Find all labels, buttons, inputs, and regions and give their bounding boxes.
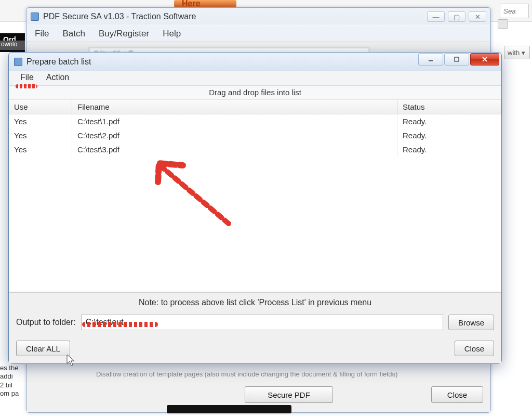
- dialog-footer: Note: to process above list click 'Proce…: [9, 292, 501, 363]
- output-folder-label: Output to folder:: [16, 318, 76, 327]
- browser-tool-icon[interactable]: [498, 19, 508, 29]
- parent-body-close-button[interactable]: Close: [431, 386, 483, 403]
- col-filename[interactable]: Filename: [72, 100, 397, 114]
- browser-search-input[interactable]: [500, 4, 529, 18]
- dialog-close-x-button[interactable]: [470, 53, 499, 66]
- cell-use: Yes: [9, 114, 72, 128]
- parent-maximize-button[interactable]: ▢: [448, 11, 466, 22]
- dialog-title: Prepare batch list: [26, 57, 91, 67]
- list-body: Yes C:\test\1.pdf Ready. Yes C:\test\2.p…: [9, 114, 501, 157]
- batch-dialog: Prepare batch list File Action Drag and …: [8, 52, 502, 364]
- table-row[interactable]: Yes C:\test\1.pdf Ready.: [9, 114, 501, 128]
- svg-rect-1: [455, 57, 459, 61]
- bg-cut-text: es the addi 2 bil om pa: [0, 364, 29, 398]
- bg-black-bar: [167, 405, 291, 413]
- parent-menu-file[interactable]: File: [35, 29, 49, 39]
- cell-use: Yes: [9, 142, 72, 157]
- dialog-menu-action[interactable]: Action: [40, 71, 75, 85]
- col-status[interactable]: Status: [397, 100, 501, 114]
- parent-menu-help[interactable]: Help: [163, 29, 181, 39]
- secure-pdf-button[interactable]: Secure PDF: [245, 386, 333, 403]
- cell-filename: C:\test\1.pdf: [72, 114, 397, 128]
- dialog-titlebar[interactable]: Prepare batch list: [9, 53, 501, 71]
- cell-filename: C:\test\3.pdf: [72, 142, 397, 157]
- parent-titlebar[interactable]: PDF Secure SA v1.03 - Traction Software …: [26, 8, 490, 25]
- dialog-minimize-button[interactable]: [418, 53, 443, 66]
- parent-menu-batch[interactable]: Batch: [62, 29, 85, 39]
- file-list[interactable]: Use Filename Status Yes C:\test\1.pdf Re…: [9, 99, 501, 292]
- dialog-menubar: File Action: [9, 71, 501, 86]
- note-text: Note: to process above list click 'Proce…: [16, 298, 494, 307]
- cell-status: Ready.: [397, 128, 501, 142]
- list-header: Use Filename Status: [9, 100, 501, 114]
- with-dropdown[interactable]: with ▾: [504, 46, 530, 59]
- dialog-menu-file[interactable]: File: [14, 71, 40, 85]
- parent-title: PDF Secure SA v1.03 - Traction Software: [43, 12, 196, 21]
- annotation-file-underline: [16, 84, 37, 88]
- dialog-icon: [14, 58, 22, 66]
- parent-menu-buy[interactable]: Buy/Register: [99, 29, 149, 39]
- parent-close-button[interactable]: ✕: [469, 11, 486, 22]
- cell-filename: C:\test\2.pdf: [72, 128, 397, 142]
- dialog-maximize-button[interactable]: [444, 53, 469, 66]
- annotation-output-underline: [82, 322, 158, 327]
- bg-ownlo-label: ownlo: [0, 41, 25, 50]
- cell-status: Ready.: [397, 114, 501, 128]
- cell-use: Yes: [9, 128, 72, 142]
- clear-all-button[interactable]: Clear ALL: [16, 341, 70, 356]
- table-row[interactable]: Yes C:\test\3.pdf Ready.: [9, 142, 501, 157]
- parent-minimize-button[interactable]: —: [427, 11, 445, 22]
- browse-button[interactable]: Browse: [448, 315, 494, 330]
- dialog-close-button[interactable]: Close: [455, 341, 494, 356]
- app-icon: [31, 12, 39, 21]
- parent-checkbox-line-blur: Disallow creation of template pages (als…: [96, 370, 483, 378]
- table-row[interactable]: Yes C:\test\2.pdf Ready.: [9, 128, 501, 142]
- dialog-instruction: Drag and drop files into list: [9, 86, 501, 99]
- cell-status: Ready.: [397, 142, 501, 157]
- parent-menubar: File Batch Buy/Register Help: [26, 25, 490, 42]
- col-use[interactable]: Use: [9, 100, 72, 114]
